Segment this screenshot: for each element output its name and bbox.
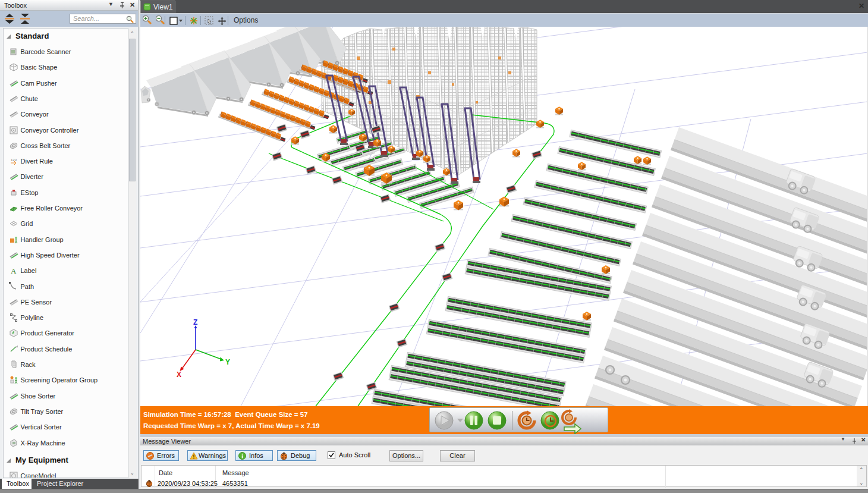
svg-text:Y: Y (225, 358, 230, 366)
svg-text:Z: Z (193, 318, 197, 326)
svg-text:A: A (11, 266, 17, 275)
svg-text:X: X (177, 370, 181, 379)
svg-text:123: 123 (11, 158, 17, 162)
